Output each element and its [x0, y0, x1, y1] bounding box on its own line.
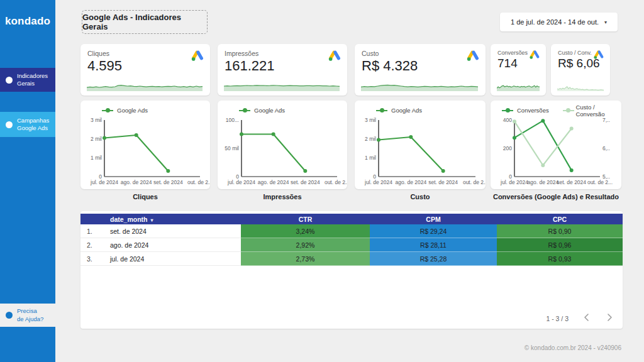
- ctr-cell: 3,24%: [241, 224, 370, 238]
- svg-text:out. de 2...: out. de 2...: [587, 179, 613, 185]
- prev-page-button[interactable]: [581, 312, 592, 324]
- chart-legend: Conversões Custo / Conversão: [502, 106, 616, 115]
- chart-card-cliques: Google Ads 3 mil2 mil1 mil0jul. de 2024a…: [80, 101, 210, 189]
- svg-text:ago. de 2024: ago. de 2024: [121, 179, 152, 185]
- bullet-icon: [6, 121, 13, 128]
- kpi-card-impressoes: Impressões 161.221: [218, 44, 347, 96]
- kpi-value: R$ 4.328: [362, 58, 479, 74]
- legend-label: Google Ads: [391, 107, 422, 114]
- google-ads-icon: [529, 49, 540, 60]
- svg-text:3 mil: 3 mil: [91, 117, 102, 123]
- svg-text:ago. de 2024: ago. de 2024: [528, 179, 559, 185]
- legend-line-dot-icon: [502, 108, 513, 112]
- legend-label: Conversões: [517, 107, 549, 114]
- column-header-ctr[interactable]: CTR: [241, 216, 370, 223]
- date-month-cell: ago. de 2024: [104, 238, 241, 252]
- legend-label: Google Ads: [254, 107, 285, 114]
- table-header-row: date_month▾ CTR CPM CPC: [80, 214, 623, 224]
- caret-down-icon: ▾: [604, 19, 607, 25]
- kpi-card-conversoes: Conversões 714: [491, 44, 546, 96]
- svg-text:out. de 2...: out. de 2...: [325, 179, 347, 185]
- sidebar: kondado Indicadores Gerais Campanhas Goo…: [0, 0, 55, 362]
- chart-legend: Google Ads: [102, 106, 205, 115]
- sparkline-chart: [361, 81, 478, 91]
- row-number: 2.: [80, 238, 104, 252]
- svg-text:1 mil: 1 mil: [91, 155, 102, 161]
- cpc-cell: R$ 0,93: [497, 252, 623, 266]
- cpm-cell: R$ 25,28: [370, 252, 497, 266]
- svg-text:jul. de 2024: jul. de 2024: [227, 179, 255, 185]
- svg-text:6,..: 6,..: [602, 145, 610, 151]
- ctr-cell: 2,92%: [241, 238, 370, 252]
- kpi-label: Custo: [362, 50, 479, 57]
- chart-title-cliques: Cliques: [80, 193, 210, 200]
- cpc-cell: R$ 0,90: [497, 224, 623, 238]
- column-header-cpc[interactable]: CPC: [497, 216, 623, 223]
- cliques-line-chart: 3 mil2 mil1 mil0jul. de 2024ago. de 2024…: [86, 116, 205, 187]
- svg-text:1 mil: 1 mil: [365, 155, 376, 161]
- kpi-value: 161.221: [225, 58, 340, 74]
- dashboard: kondado Indicadores Gerais Campanhas Goo…: [0, 0, 644, 362]
- sort-descending-icon: ▾: [151, 217, 153, 223]
- svg-text:set. de 2024: set. de 2024: [428, 179, 458, 185]
- chart-card-conversoes-resultado: Conversões Custo / Conversão 40020007,..…: [491, 101, 621, 189]
- date-range-value: 1 de jul. de 2024 - 14 de out.: [511, 18, 599, 26]
- cpm-cell: R$ 28,11: [370, 238, 497, 252]
- chart-card-impressoes: Google Ads 100...50 mil0jul. de 2024ago.…: [218, 101, 347, 189]
- chart-title-conversoes-resultado: Conversões (Google Ads) e Resultado: [491, 193, 621, 200]
- custo-line-chart: 3 mil2 mil1 mil0jul. de 2024ago. de 2024…: [360, 116, 480, 187]
- sidebar-item-help[interactable]: Precisa de Ajuda?: [0, 304, 55, 327]
- google-ads-icon: [191, 49, 204, 62]
- next-page-button[interactable]: [604, 312, 615, 324]
- table-row: 3. jul. de 2024 2,73% R$ 25,28 R$ 0,93: [80, 252, 623, 266]
- google-ads-icon: [593, 49, 604, 60]
- google-ads-icon: [466, 49, 480, 62]
- svg-text:set. de 2024: set. de 2024: [291, 179, 320, 185]
- svg-text:ago. de 2024: ago. de 2024: [258, 179, 289, 185]
- svg-text:50 mil: 50 mil: [225, 145, 239, 151]
- column-header-cpm[interactable]: CPM: [370, 216, 497, 223]
- data-table-card: date_month▾ CTR CPM CPC 1. set. de 2024 …: [80, 211, 623, 329]
- chevron-left-icon: [584, 314, 589, 321]
- svg-text:set. de 2024: set. de 2024: [153, 179, 183, 185]
- kpi-card-custo-conv: Custo / Conv. R$ 6,06: [551, 44, 610, 96]
- cpc-cell: R$ 0,96: [497, 238, 623, 252]
- column-header-date-month[interactable]: date_month▾: [104, 216, 241, 223]
- legend-line-dot-icon: [102, 108, 113, 112]
- copyright-text: © kondado.com.br 2024 - v240906: [525, 344, 621, 351]
- legend-line-dot-icon: [563, 108, 572, 112]
- legend-label: Custo / Conversão: [575, 104, 616, 118]
- chart-legend: Google Ads: [376, 106, 480, 115]
- kpi-value: 4.595: [87, 58, 203, 74]
- chart-title-impressoes: Impressões: [218, 193, 347, 200]
- svg-text:7,..: 7,..: [602, 117, 610, 123]
- cpm-cell: R$ 29,24: [370, 224, 497, 238]
- chart-title-custo: Custo: [355, 193, 486, 200]
- date-month-cell: set. de 2024: [104, 224, 241, 238]
- bullet-icon: [6, 77, 13, 84]
- impressoes-line-chart: 100...50 mil0jul. de 2024ago. de 2024set…: [223, 116, 342, 187]
- legend-line-dot-icon: [239, 108, 250, 112]
- svg-text:out. de 2...: out. de 2...: [463, 179, 486, 185]
- svg-text:400: 400: [503, 117, 512, 123]
- sidebar-item-label: Campanhas Google Ads: [17, 117, 49, 133]
- svg-text:2 mil: 2 mil: [91, 136, 102, 142]
- chart-card-custo: Google Ads 3 mil2 mil1 mil0jul. de 2024a…: [355, 101, 486, 189]
- kondado-logo: kondado: [0, 15, 55, 28]
- date-month-cell: jul. de 2024: [104, 252, 241, 266]
- kpi-card-cliques: Cliques 4.595: [80, 44, 210, 96]
- row-number: 3.: [80, 252, 104, 266]
- google-ads-icon: [328, 49, 341, 62]
- conversoes-resultado-line-chart: 40020007,..6,..5,..jul. de 2024ago. de 2…: [496, 116, 616, 187]
- kpi-label: Impressões: [225, 50, 340, 57]
- svg-text:set. de 2024: set. de 2024: [557, 179, 586, 185]
- date-range-selector[interactable]: 1 de jul. de 2024 - 14 de out. ▾: [500, 13, 618, 31]
- sidebar-item-campanhas-google-ads[interactable]: Campanhas Google Ads: [0, 112, 55, 137]
- table-row: 2. ago. de 2024 2,92% R$ 28,11 R$ 0,96: [80, 238, 623, 252]
- sparkline-chart: [497, 82, 540, 91]
- sidebar-item-label: Precisa de Ajuda?: [17, 307, 43, 323]
- sparkline-chart: [87, 81, 203, 91]
- svg-text:2 mil: 2 mil: [365, 136, 376, 142]
- page-count: 1 - 3 / 3: [546, 315, 569, 322]
- sidebar-item-indicadores-gerais[interactable]: Indicadores Gerais: [0, 68, 55, 92]
